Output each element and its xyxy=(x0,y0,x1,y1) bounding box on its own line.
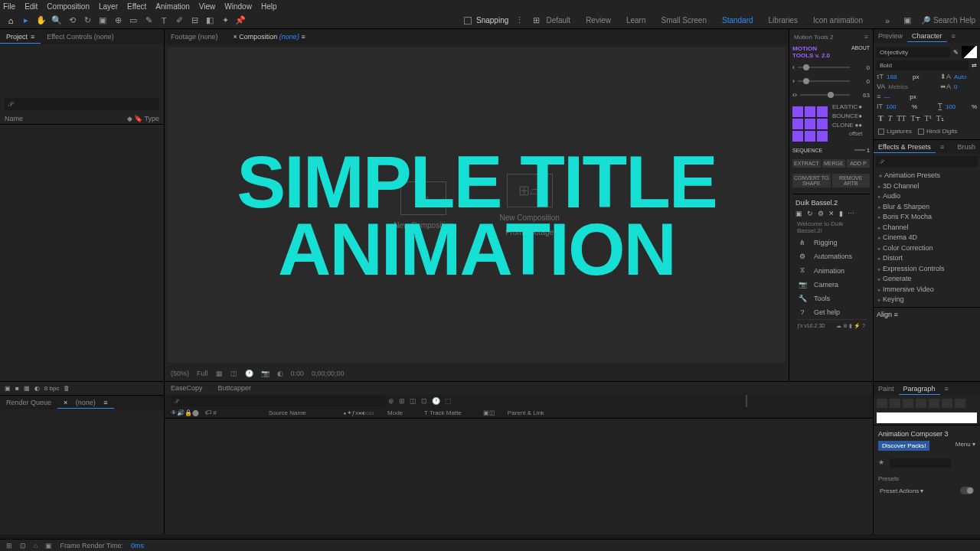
ac-toggle[interactable] xyxy=(960,487,974,494)
duik-icon4[interactable]: ✕ xyxy=(828,210,835,217)
character-tab[interactable]: Character xyxy=(907,31,947,42)
slider1-value[interactable]: 0 xyxy=(853,64,870,71)
menu-animation[interactable]: Animation xyxy=(155,2,189,11)
type-tool-icon[interactable]: T xyxy=(158,15,170,27)
menu-view[interactable]: View xyxy=(199,2,216,11)
workspace-libraries[interactable]: Libraries xyxy=(769,16,798,24)
workspace-small[interactable]: Small Screen xyxy=(662,16,707,24)
stroke-value[interactable]: — xyxy=(884,93,906,100)
home-icon[interactable]: ⌂ xyxy=(5,15,17,27)
tl-opt3[interactable]: ◫ xyxy=(410,397,416,405)
duik-automations[interactable]: ⚙Automations xyxy=(795,249,867,263)
menu-edit[interactable]: Edit xyxy=(24,2,38,11)
duik-icon5[interactable]: ▮ xyxy=(839,210,843,217)
tl-icon1[interactable]: ▣ xyxy=(5,385,11,392)
tag-col-icon[interactable]: 🔖 xyxy=(134,115,142,122)
footage-tab[interactable]: Footage (none) xyxy=(171,33,218,41)
slider3-left-icon[interactable]: ‹› xyxy=(792,91,797,99)
fx-immersive[interactable]: Immersive Video xyxy=(878,285,975,295)
mask-icon[interactable]: ◫ xyxy=(230,370,237,377)
viewer-canvas[interactable]: ▱ New Composition ⊞▱ New Composition Fro… xyxy=(168,47,786,363)
discover-packs-button[interactable]: Discover Packs! xyxy=(878,441,929,451)
res-dropdown[interactable]: Full xyxy=(197,370,208,377)
anchor-grid[interactable] xyxy=(792,106,828,142)
zoom-tool-icon[interactable]: 🔍 xyxy=(51,15,63,27)
project-search-input[interactable] xyxy=(5,98,159,110)
tl-icon2[interactable]: ■ xyxy=(15,385,19,392)
buttcapper-tab[interactable]: Buttcapper xyxy=(218,384,252,392)
snapshot-icon[interactable]: 📷 xyxy=(261,370,270,377)
subscript-button[interactable]: T₁ xyxy=(936,114,944,122)
smallcaps-button[interactable]: Tᴛ xyxy=(910,114,920,122)
duik-help[interactable]: ?Get help xyxy=(795,305,867,319)
menu-composition[interactable]: Composition xyxy=(47,2,90,11)
paragraph-tab[interactable]: Paragraph xyxy=(899,383,940,395)
project-col-type[interactable]: Type xyxy=(144,115,159,122)
menu-window[interactable]: Window xyxy=(224,2,252,11)
status-icon2[interactable]: ⊡ xyxy=(20,542,26,549)
time-icon[interactable]: 🕐 xyxy=(245,370,253,377)
tracking-value[interactable]: 0 xyxy=(954,83,977,90)
ac-menu[interactable]: Menu ▾ xyxy=(954,439,977,449)
effects-search-input[interactable] xyxy=(876,156,978,167)
label-col-icon[interactable]: ◆ xyxy=(127,115,132,122)
preset-actions[interactable]: Preset Actions ▾ xyxy=(880,487,923,494)
col-mode[interactable]: Mode xyxy=(387,409,403,416)
fx-color[interactable]: Color Correction xyxy=(878,243,975,254)
hand-tool-icon[interactable]: ✋ xyxy=(35,15,47,27)
bpc-label[interactable]: 8 bpc xyxy=(44,385,60,392)
motion-about[interactable]: ABOUT xyxy=(851,45,870,59)
vscale-value[interactable]: 100 xyxy=(886,103,909,110)
motion-tools-tab[interactable]: Motion Tools 2 xyxy=(794,34,833,41)
col-parent[interactable]: Parent & Link xyxy=(508,409,544,416)
duik-animation[interactable]: ⧖Animation xyxy=(795,263,867,278)
superscript-button[interactable]: T¹ xyxy=(925,114,932,122)
fx-c4d[interactable]: Cinema 4D xyxy=(878,233,975,243)
font-size[interactable]: 188 xyxy=(887,73,910,80)
fx-audio[interactable]: Audio xyxy=(878,191,975,202)
slider2-left-icon[interactable]: › xyxy=(792,77,795,85)
fx-3d-channel[interactable]: 3D Channel xyxy=(878,181,975,192)
ac-presets[interactable]: Presets xyxy=(877,474,977,484)
exposure-val[interactable]: 0:00 xyxy=(291,370,305,377)
clone-tool-icon[interactable]: ⊟ xyxy=(188,15,201,27)
zoom-dropdown[interactable]: (50%) xyxy=(171,370,189,377)
workspace-standard[interactable]: Standard xyxy=(722,16,753,24)
fx-channel[interactable]: Channel xyxy=(878,223,975,233)
pan-behind-tool-icon[interactable]: ⊕ xyxy=(112,15,124,27)
col-source-name[interactable]: Source Name xyxy=(269,409,306,416)
duik-rigging[interactable]: ⋔Rigging xyxy=(795,236,867,249)
duik-foot-icons[interactable]: ☁ ⊕ ▮ ⚡ ? xyxy=(836,323,865,329)
tl-trash-icon[interactable]: 🗑 xyxy=(64,385,70,392)
preview-tab[interactable]: Preview xyxy=(874,31,907,41)
menu-file[interactable]: File xyxy=(3,2,15,11)
selection-tool-icon[interactable]: ▸ xyxy=(20,15,32,27)
tl-opt2[interactable]: ⊞ xyxy=(399,397,405,405)
tl-opt1[interactable]: ⊕ xyxy=(388,397,394,405)
timecode[interactable]: 0;00;00;00 xyxy=(312,370,345,377)
italic-button[interactable]: T xyxy=(888,114,893,122)
project-tab[interactable]: Project≡ xyxy=(0,31,41,44)
col-track-matte[interactable]: T Track Matte xyxy=(424,409,462,416)
workspace-review[interactable]: Review xyxy=(586,16,611,24)
duik-icon1[interactable]: ▣ xyxy=(795,210,802,217)
fx-blur[interactable]: Blur & Sharpen xyxy=(878,202,975,213)
timeline-body[interactable] xyxy=(165,419,873,534)
bold-button[interactable]: T xyxy=(878,114,884,122)
orbit-tool-icon[interactable]: ⟲ xyxy=(66,15,78,27)
fx-animation-presets[interactable]: Animation Presets xyxy=(878,171,975,181)
workspace-learn[interactable]: Learn xyxy=(626,16,646,24)
render-queue-tab[interactable]: Render Queue xyxy=(0,397,57,408)
brush-tab[interactable]: Brush xyxy=(952,142,980,152)
menu-effect[interactable]: Effect xyxy=(127,2,146,11)
new-composition-button[interactable]: ▱ New Composition xyxy=(394,181,453,230)
fx-generate[interactable]: Generate xyxy=(878,274,975,285)
leading-auto[interactable]: Auto xyxy=(954,73,977,80)
color-swatch[interactable] xyxy=(962,46,977,58)
snapping-checkbox[interactable] xyxy=(464,17,472,24)
paragraph-indent-input[interactable] xyxy=(877,412,977,423)
effects-presets-tab[interactable]: Effects & Presets xyxy=(874,142,936,153)
duik-fx-icon[interactable]: ƒx v16.2.30 xyxy=(797,323,825,329)
ligatures-checkbox[interactable] xyxy=(878,129,884,135)
clone-toggle[interactable]: ●● xyxy=(854,122,862,129)
